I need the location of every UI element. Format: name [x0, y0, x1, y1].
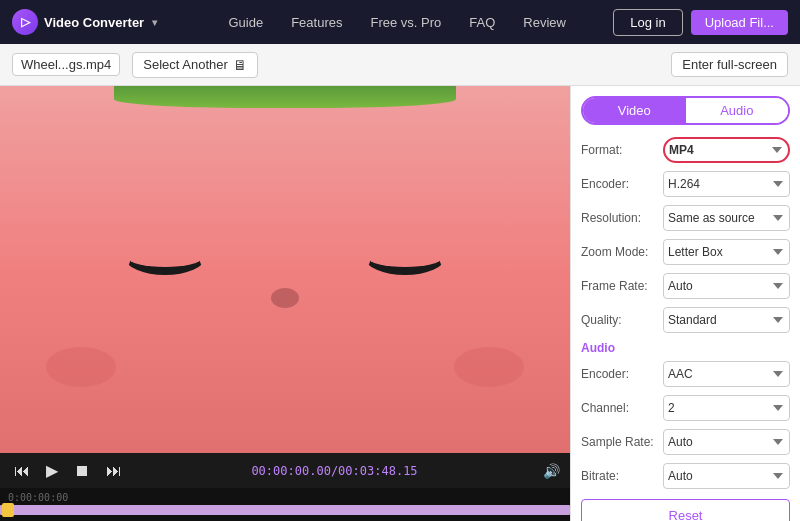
frame-rate-select[interactable]: Auto [663, 273, 790, 299]
settings-panel: Video Audio Format: MP4 Encoder: H.264 R… [570, 86, 800, 521]
settings-tabs: Video Audio [581, 96, 790, 125]
logo-icon: ▷ [12, 9, 38, 35]
bitrate-select[interactable]: Auto [663, 463, 790, 489]
timeline: 0:00:00:00 [0, 488, 570, 521]
audio-encoder-row: Encoder: AAC [581, 361, 790, 387]
logo-dropdown-arrow[interactable]: ▾ [152, 17, 157, 28]
timeline-thumb[interactable] [2, 503, 14, 517]
cheek-left [46, 347, 116, 387]
login-button[interactable]: Log in [613, 9, 682, 36]
quality-select[interactable]: Standard [663, 307, 790, 333]
bottom-actions: Reset [581, 499, 790, 521]
play-button[interactable]: ▶ [42, 459, 62, 482]
resolution-label: Resolution: [581, 211, 657, 225]
bitrate-row: Bitrate: Auto [581, 463, 790, 489]
frame-rate-row: Frame Rate: Auto [581, 273, 790, 299]
timeline-track[interactable] [0, 505, 570, 515]
tab-video[interactable]: Video [583, 98, 686, 123]
tab-audio[interactable]: Audio [686, 98, 789, 123]
main-area: ⏮ ▶ ⏹ ⏭ 00:00:00.00/00:03:48.15 🔊 0:00:0… [0, 86, 800, 521]
format-label: Format: [581, 143, 657, 157]
toolbar: Wheel...gs.mp4 Select Another 🖥 Enter fu… [0, 44, 800, 86]
channel-select[interactable]: 2 [663, 395, 790, 421]
audio-encoder-label: Encoder: [581, 367, 657, 381]
logo[interactable]: ▷ Video Converter ▾ [12, 9, 157, 35]
file-name-label: Wheel...gs.mp4 [12, 53, 120, 76]
select-another-button[interactable]: Select Another 🖥 [132, 52, 258, 78]
zoom-row: Zoom Mode: Letter Box [581, 239, 790, 265]
nav-actions: Log in Upload Fil... [613, 9, 788, 36]
quality-label: Quality: [581, 313, 657, 327]
video-frame [0, 86, 570, 453]
nav-features[interactable]: Features [291, 15, 342, 30]
format-select[interactable]: MP4 [663, 137, 790, 163]
encoder-select[interactable]: H.264 [663, 171, 790, 197]
select-another-label: Select Another [143, 57, 228, 72]
nav-free-vs-pro[interactable]: Free vs. Pro [370, 15, 441, 30]
sample-rate-row: Sample Rate: Auto [581, 429, 790, 455]
nose [271, 288, 299, 308]
audio-encoder-select[interactable]: AAC [663, 361, 790, 387]
zoom-label: Zoom Mode: [581, 245, 657, 259]
eye-left [125, 240, 205, 275]
fullscreen-button[interactable]: Enter full-screen [671, 52, 788, 77]
resolution-row: Resolution: Same as source [581, 205, 790, 231]
time-display: 00:00:00.00/00:03:48.15 [134, 464, 535, 478]
top-navigation: ▷ Video Converter ▾ Guide Features Free … [0, 0, 800, 44]
timeline-time-label: 0:00:00:00 [0, 492, 570, 505]
bitrate-label: Bitrate: [581, 469, 657, 483]
rewind-button[interactable]: ⏮ [10, 460, 34, 482]
resolution-select[interactable]: Same as source [663, 205, 790, 231]
video-preview [0, 86, 570, 453]
encoder-label: Encoder: [581, 177, 657, 191]
nav-guide[interactable]: Guide [228, 15, 263, 30]
time-current: 00:00:00.00 [251, 464, 330, 478]
sample-rate-label: Sample Rate: [581, 435, 657, 449]
monitor-icon: 🖥 [233, 57, 247, 73]
eye-right [365, 240, 445, 275]
encoder-row: Encoder: H.264 [581, 171, 790, 197]
quality-row: Quality: Standard [581, 307, 790, 333]
frame-rate-label: Frame Rate: [581, 279, 657, 293]
stop-button[interactable]: ⏹ [70, 460, 94, 482]
watermelon-top [114, 86, 456, 108]
upload-button[interactable]: Upload Fil... [691, 10, 788, 35]
audio-section-title: Audio [581, 341, 790, 355]
nav-links: Guide Features Free vs. Pro FAQ Review [181, 15, 613, 30]
logo-text: Video Converter [44, 15, 144, 30]
channel-row: Channel: 2 [581, 395, 790, 421]
zoom-select[interactable]: Letter Box [663, 239, 790, 265]
time-total: 00:03:48.15 [338, 464, 417, 478]
forward-button[interactable]: ⏭ [102, 460, 126, 482]
channel-label: Channel: [581, 401, 657, 415]
video-controls: ⏮ ▶ ⏹ ⏭ 00:00:00.00/00:03:48.15 🔊 [0, 453, 570, 488]
sample-rate-select[interactable]: Auto [663, 429, 790, 455]
cheek-right [454, 347, 524, 387]
nav-faq[interactable]: FAQ [469, 15, 495, 30]
volume-button[interactable]: 🔊 [543, 463, 560, 479]
video-panel: ⏮ ▶ ⏹ ⏭ 00:00:00.00/00:03:48.15 🔊 0:00:0… [0, 86, 570, 521]
reset-button[interactable]: Reset [581, 499, 790, 521]
nav-review[interactable]: Review [523, 15, 566, 30]
format-row: Format: MP4 [581, 137, 790, 163]
